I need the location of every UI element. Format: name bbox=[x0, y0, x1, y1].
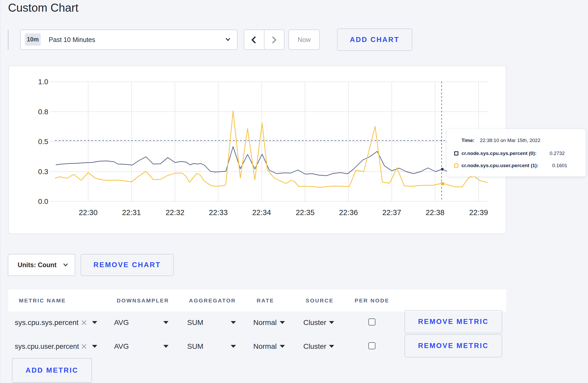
svg-text:0.5: 0.5 bbox=[38, 138, 48, 146]
svg-text:22:36: 22:36 bbox=[339, 208, 358, 217]
svg-text:22:39: 22:39 bbox=[469, 208, 488, 217]
svg-text:0.0: 0.0 bbox=[38, 197, 48, 205]
svg-text:22:35: 22:35 bbox=[296, 208, 315, 217]
svg-text:22:30: 22:30 bbox=[79, 208, 98, 217]
svg-text:22:38: 22:38 bbox=[426, 208, 445, 217]
svg-text:22:37: 22:37 bbox=[382, 208, 401, 217]
svg-text:22:34: 22:34 bbox=[252, 208, 271, 217]
svg-text:0.3: 0.3 bbox=[38, 168, 48, 176]
svg-text:22:31: 22:31 bbox=[122, 208, 141, 217]
svg-text:1.0: 1.0 bbox=[38, 78, 48, 86]
svg-text:22:33: 22:33 bbox=[209, 208, 228, 217]
svg-text:0.8: 0.8 bbox=[38, 108, 48, 116]
svg-text:22:32: 22:32 bbox=[166, 208, 185, 217]
